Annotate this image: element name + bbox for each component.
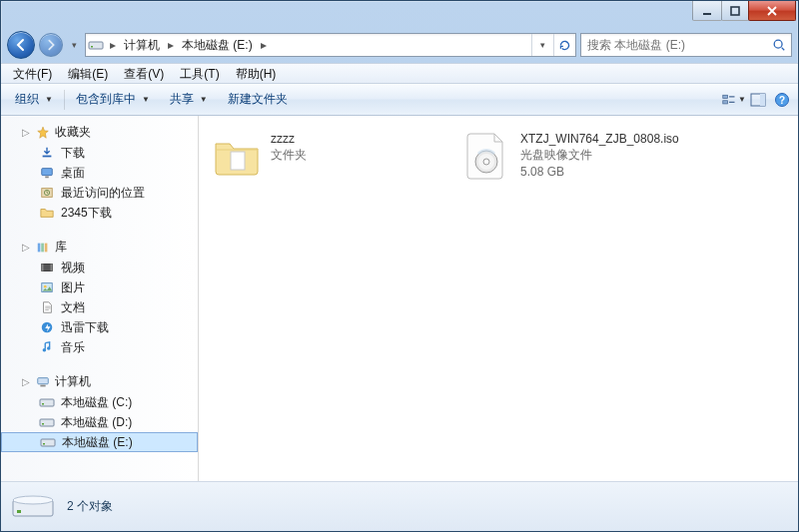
menubar: 文件(F) 编辑(E) 查看(V) 工具(T) 帮助(H) (1, 63, 798, 84)
organize-button[interactable]: 组织▼ (5, 87, 63, 113)
sidebar-item-label: 2345下载 (61, 205, 112, 222)
tree-toggle-icon[interactable]: ▷ (21, 242, 31, 253)
sidebar-item-desktop[interactable]: 桌面 (1, 163, 198, 183)
item-meta: XTZJ_WIN764_ZJB_0808.iso 光盘映像文件 5.08 GB (520, 132, 679, 179)
drive-icon (86, 39, 106, 51)
sidebar-group-favorites[interactable]: ▷ 收藏夹 (1, 122, 198, 143)
details-pane: 2 个对象 (1, 481, 798, 531)
history-dropdown[interactable]: ▾ (67, 40, 81, 50)
svg-rect-29 (40, 399, 54, 406)
menu-help[interactable]: 帮助(H) (228, 64, 285, 84)
folder-icon (213, 132, 261, 180)
sidebar-item-drive-c[interactable]: 本地磁盘 (C:) (1, 392, 198, 412)
explorer-window: ▾ ▸ 计算机 ▸ 本地磁盘 (E:) ▸ ▾ 文件(F) 编辑(E) 查 (0, 0, 799, 532)
share-button[interactable]: 共享▼ (160, 87, 218, 113)
menu-file[interactable]: 文件(F) (5, 64, 60, 84)
drive-icon (11, 489, 55, 525)
svg-rect-30 (42, 403, 44, 405)
svg-rect-6 (723, 100, 728, 103)
svg-rect-16 (38, 243, 41, 252)
sidebar-item-2345[interactable]: 2345下载 (1, 203, 198, 223)
new-folder-button[interactable]: 新建文件夹 (218, 87, 298, 113)
sidebar-item-music[interactable]: 音乐 (1, 337, 198, 357)
search-input[interactable] (581, 38, 767, 52)
sidebar-group-libraries[interactable]: ▷ 库 (1, 237, 198, 258)
arrow-right-icon (45, 39, 57, 51)
svg-rect-27 (38, 377, 49, 383)
svg-rect-20 (42, 265, 44, 271)
menu-edit[interactable]: 编辑(E) (60, 64, 116, 84)
sidebar-item-videos[interactable]: 视频 (1, 258, 198, 277)
svg-point-38 (483, 159, 489, 165)
menu-tools[interactable]: 工具(T) (172, 64, 227, 84)
sidebar-item-pictures[interactable]: 图片 (1, 277, 198, 297)
sidebar-item-label: 本地磁盘 (E:) (62, 434, 133, 451)
close-icon (766, 5, 778, 17)
sidebar-item-label: 图片 (61, 279, 85, 296)
address-dropdown[interactable]: ▾ (531, 34, 553, 56)
preview-pane-button[interactable] (746, 88, 770, 112)
refresh-button[interactable] (553, 34, 575, 56)
address-bar[interactable]: ▸ 计算机 ▸ 本地磁盘 (E:) ▸ ▾ (85, 33, 576, 57)
svg-rect-11 (43, 156, 52, 158)
search-icon[interactable] (767, 38, 791, 52)
thunder-icon (39, 319, 55, 335)
arrow-left-icon (14, 38, 28, 52)
tree-toggle-icon[interactable]: ▷ (21, 376, 31, 387)
item-name: XTZJ_WIN764_ZJB_0808.iso (520, 132, 679, 146)
sidebar-item-thunder[interactable]: 迅雷下载 (1, 317, 198, 337)
tree-toggle-icon[interactable]: ▷ (21, 127, 31, 138)
svg-rect-35 (231, 152, 245, 170)
view-options-button[interactable]: ▼ (722, 88, 746, 112)
maximize-button[interactable] (721, 1, 749, 21)
chevron-down-icon: ▼ (200, 95, 208, 104)
computer-icon (35, 374, 51, 390)
svg-point-4 (774, 40, 782, 48)
minimize-button[interactable] (692, 1, 722, 21)
chevron-right-icon[interactable]: ▸ (164, 34, 178, 56)
sidebar-group-label: 收藏夹 (55, 124, 91, 141)
close-button[interactable] (748, 1, 796, 21)
sidebar-item-drive-d[interactable]: 本地磁盘 (D:) (1, 412, 198, 432)
search-box[interactable] (580, 33, 792, 57)
navigation-pane[interactable]: ▷ 收藏夹 下载 桌面 最近访问的位置 2345下载 (1, 116, 199, 481)
sidebar-item-downloads[interactable]: 下载 (1, 143, 198, 163)
status-text: 2 个对象 (67, 498, 113, 515)
refresh-icon (558, 39, 571, 52)
toolbar-label: 共享 (170, 91, 194, 108)
sidebar-item-label: 本地磁盘 (D:) (61, 414, 132, 431)
chevron-down-icon: ▼ (45, 95, 53, 104)
svg-rect-2 (89, 42, 103, 49)
forward-button[interactable] (39, 33, 63, 57)
titlebar (1, 1, 798, 29)
svg-text:?: ? (779, 95, 785, 106)
chevron-down-icon: ▾ (72, 40, 77, 50)
svg-rect-8 (760, 94, 765, 106)
sidebar-item-recent[interactable]: 最近访问的位置 (1, 183, 198, 203)
menu-view[interactable]: 查看(V) (116, 64, 172, 84)
sidebar-item-drive-e[interactable]: 本地磁盘 (E:) (1, 432, 198, 452)
toolbar-label: 新建文件夹 (228, 91, 288, 108)
file-list[interactable]: zzzz 文件夹 XTZJ_WIN764_ZJB_0808 (199, 116, 798, 481)
star-icon (35, 125, 51, 141)
chevron-down-icon: ▾ (540, 40, 545, 50)
sidebar-item-documents[interactable]: 文档 (1, 297, 198, 317)
list-item[interactable]: XTZJ_WIN764_ZJB_0808.iso 光盘映像文件 5.08 GB (454, 126, 704, 186)
chevron-right-icon[interactable]: ▸ (257, 34, 271, 56)
list-item[interactable]: zzzz 文件夹 (205, 126, 454, 186)
sidebar-item-label: 本地磁盘 (C:) (61, 394, 132, 411)
back-button[interactable] (7, 31, 35, 59)
include-library-button[interactable]: 包含到库中▼ (66, 87, 160, 113)
crumb-drive[interactable]: 本地磁盘 (E:) (178, 34, 257, 56)
documents-icon (39, 299, 55, 315)
crumb-computer[interactable]: 计算机 (120, 34, 164, 56)
svg-rect-3 (91, 46, 93, 48)
item-meta: zzzz 文件夹 (271, 132, 307, 164)
body: ▷ 收藏夹 下载 桌面 最近访问的位置 2345下载 (1, 116, 798, 481)
chevron-right-icon[interactable]: ▸ (106, 34, 120, 56)
help-button[interactable]: ? (770, 88, 794, 112)
desktop-icon (39, 165, 55, 181)
iso-file-icon (462, 132, 510, 180)
toolbar-label: 包含到库中 (76, 91, 136, 108)
sidebar-group-computer[interactable]: ▷ 计算机 (1, 371, 198, 392)
